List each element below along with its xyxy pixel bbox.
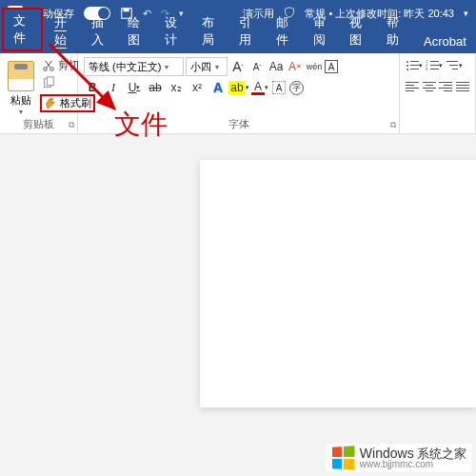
svg-rect-36 — [456, 90, 469, 91]
font-dialog-launcher[interactable]: ⧉ — [390, 120, 396, 130]
cut-label: 剪切 — [58, 58, 79, 72]
svg-rect-22 — [406, 85, 414, 86]
tab-help[interactable]: 帮助 — [377, 10, 414, 53]
svg-rect-32 — [444, 90, 452, 91]
dropdown-icon[interactable]: ▾ — [179, 9, 184, 18]
svg-rect-27 — [423, 88, 436, 89]
tab-home[interactable]: 开始 — [45, 10, 82, 53]
clipboard-dialog-launcher[interactable]: ⧉ — [69, 120, 74, 130]
enclosed-char-button[interactable]: 字 — [289, 81, 304, 95]
svg-rect-19 — [449, 65, 458, 66]
svg-rect-17 — [430, 69, 439, 69]
tab-review[interactable]: 审阅 — [304, 10, 341, 53]
svg-rect-11 — [410, 69, 419, 69]
group-paragraph: ▾ 123▾ ▾ — [400, 53, 476, 133]
svg-rect-20 — [452, 69, 458, 69]
watermark-url: www.bjjmmc.com — [360, 460, 466, 469]
grow-font-button[interactable]: Aˆ — [229, 58, 247, 75]
svg-point-8 — [407, 65, 408, 67]
svg-rect-18 — [446, 61, 458, 62]
svg-rect-13 — [430, 61, 439, 62]
svg-point-2 — [44, 67, 48, 70]
chevron-down-icon[interactable]: ▾ — [464, 9, 468, 18]
align-center-button[interactable] — [423, 78, 437, 95]
windows-logo-icon — [332, 446, 355, 470]
clear-format-button[interactable]: A✕ — [287, 58, 304, 75]
align-right-button[interactable] — [439, 78, 453, 95]
strike-button[interactable]: ab — [147, 79, 164, 96]
tab-acrobat[interactable]: Acrobat — [414, 30, 476, 53]
svg-point-10 — [407, 69, 408, 70]
clipboard-group-label: 剪贴板 — [23, 117, 54, 131]
svg-rect-23 — [406, 88, 419, 89]
svg-rect-30 — [444, 85, 452, 86]
underline-button[interactable]: U▾ — [126, 79, 143, 96]
svg-rect-33 — [456, 82, 469, 83]
svg-point-6 — [407, 61, 408, 63]
tab-file[interactable]: 文件 — [2, 8, 43, 51]
svg-rect-21 — [406, 82, 419, 83]
svg-rect-31 — [439, 88, 452, 89]
font-family-value: 等线 (中文正文) — [89, 60, 161, 74]
highlight-button[interactable]: ab▾ — [230, 79, 248, 96]
svg-text:3: 3 — [426, 67, 428, 71]
font-family-select[interactable]: 等线 (中文正文)▾ — [84, 57, 184, 76]
bold-button[interactable]: B — [84, 79, 101, 96]
svg-rect-7 — [410, 61, 419, 62]
svg-rect-5 — [47, 77, 53, 86]
svg-rect-24 — [406, 90, 414, 91]
paste-label: 粘贴 — [10, 93, 31, 108]
number-list-button[interactable]: 123▾ — [426, 57, 443, 74]
char-shading-button[interactable]: A — [272, 81, 286, 94]
font-size-select[interactable]: 小四▾ — [186, 57, 228, 76]
chevron-down-icon: ▾ — [19, 108, 23, 116]
font-group-label: 字体 — [228, 117, 249, 131]
text-effects-button[interactable]: A — [209, 79, 227, 96]
autosave-toggle[interactable] — [84, 7, 110, 20]
document-canvas[interactable] — [200, 160, 476, 407]
change-case-button[interactable]: Aa — [268, 58, 285, 75]
shrink-font-button[interactable]: Aˇ — [248, 58, 266, 75]
group-font: 等线 (中文正文)▾ 小四▾ Aˆ Aˇ Aa A✕ wén A B I U▾ … — [78, 53, 400, 133]
tab-mailings[interactable]: 邮件 — [267, 10, 304, 53]
multilevel-list-button[interactable]: ▾ — [446, 57, 463, 74]
svg-rect-15 — [430, 65, 439, 66]
undo-icon[interactable]: ↶ — [143, 8, 151, 20]
svg-rect-35 — [456, 88, 469, 89]
align-left-button[interactable] — [406, 78, 420, 95]
ribbon: 粘贴 ▾ 剪切 格式刷 剪贴板 ⧉ 等线 — [0, 53, 476, 134]
svg-rect-34 — [456, 85, 469, 86]
subscript-button[interactable]: x₂ — [168, 79, 185, 96]
svg-rect-28 — [426, 90, 433, 91]
align-justify-button[interactable] — [456, 78, 470, 95]
group-clipboard: 粘贴 ▾ 剪切 格式刷 剪贴板 ⧉ — [0, 53, 78, 133]
tab-view[interactable]: 视图 — [340, 10, 377, 53]
tab-references[interactable]: 引用 — [229, 10, 267, 53]
svg-point-3 — [50, 67, 54, 70]
tab-layout[interactable]: 布局 — [192, 10, 229, 53]
svg-rect-29 — [439, 82, 452, 83]
superscript-button[interactable]: x² — [188, 79, 206, 96]
font-size-value: 小四 — [190, 60, 211, 74]
paste-button[interactable]: 粘贴 ▾ — [6, 59, 36, 118]
phonetic-button[interactable]: wén — [306, 58, 323, 75]
redo-icon[interactable]: ↷ — [161, 8, 169, 20]
font-color-button[interactable]: A▾ — [251, 79, 268, 96]
watermark: Windows 系统之家 www.bjjmmc.com — [326, 444, 472, 472]
italic-button[interactable]: I — [105, 79, 122, 96]
svg-rect-25 — [423, 82, 436, 83]
svg-rect-9 — [410, 65, 419, 66]
char-border-button[interactable]: A — [325, 60, 338, 73]
paste-icon — [8, 61, 34, 91]
ribbon-tabs: 文件 开始 插入 绘图 设计 布局 引用 邮件 审阅 视图 帮助 Acrobat — [0, 27, 476, 53]
svg-rect-26 — [426, 85, 433, 86]
bullet-list-button[interactable]: ▾ — [406, 57, 423, 74]
